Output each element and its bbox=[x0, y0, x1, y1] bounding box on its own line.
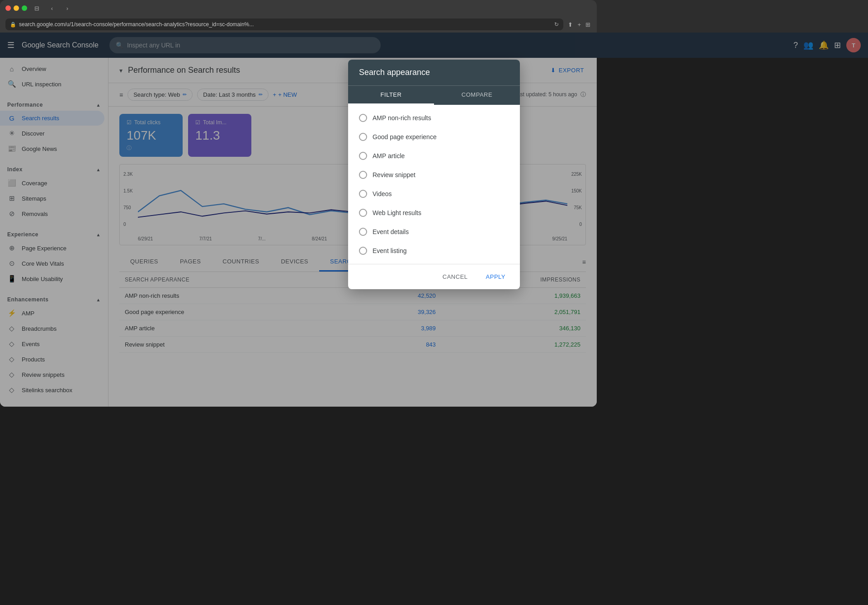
modal-item-web-light-results[interactable]: Web Light results bbox=[348, 203, 520, 222]
modal-footer: CANCEL APPLY bbox=[348, 264, 520, 289]
modal-item-good-page-experience[interactable]: Good page experience bbox=[348, 127, 520, 146]
modal-overlay[interactable]: Search appearance FILTER COMPARE AMP non… bbox=[0, 33, 597, 407]
modal-item-amp-non-rich[interactable]: AMP non-rich results bbox=[348, 108, 520, 127]
browser-chrome: ⊟ ‹ › 🔒 search.google.com/u/1/search-con… bbox=[0, 0, 597, 33]
modal-item-videos[interactable]: Videos bbox=[348, 184, 520, 203]
modal-item-amp-article[interactable]: AMP article bbox=[348, 146, 520, 165]
radio-button[interactable] bbox=[359, 209, 367, 217]
modal-item-label: Review snippet bbox=[373, 171, 415, 178]
traffic-lights bbox=[5, 5, 27, 11]
reload-icon[interactable]: ↻ bbox=[554, 21, 559, 28]
add-tab-button[interactable]: + bbox=[576, 20, 582, 29]
address-bar[interactable]: 🔒 search.google.com/u/1/search-console/p… bbox=[5, 19, 563, 30]
modal-item-label: Good page experience bbox=[373, 133, 437, 141]
modal-item-label: AMP article bbox=[373, 152, 405, 159]
browser-actions: ⬆ + ⊞ bbox=[567, 20, 591, 29]
radio-button[interactable] bbox=[359, 133, 367, 141]
modal-item-review-snippet[interactable]: Review snippet bbox=[348, 165, 520, 184]
minimize-button[interactable] bbox=[14, 5, 19, 11]
radio-button[interactable] bbox=[359, 114, 367, 122]
share-button[interactable]: ⬆ bbox=[567, 20, 574, 29]
address-text: search.google.com/u/1/search-console/per… bbox=[19, 21, 552, 28]
forward-button[interactable]: › bbox=[61, 2, 73, 14]
browser-titlebar: ⊟ ‹ › bbox=[0, 0, 597, 16]
modal-body: AMP non-rich results Good page experienc… bbox=[348, 105, 520, 264]
address-bar-row: 🔒 search.google.com/u/1/search-console/p… bbox=[0, 16, 597, 33]
radio-button[interactable] bbox=[359, 247, 367, 255]
fullscreen-button[interactable] bbox=[22, 5, 27, 11]
radio-button[interactable] bbox=[359, 152, 367, 160]
cancel-button[interactable]: CANCEL bbox=[435, 270, 475, 284]
modal-header: Search appearance bbox=[348, 60, 520, 85]
modal-item-label: Event listing bbox=[373, 247, 406, 254]
modal-item-event-details[interactable]: Event details bbox=[348, 222, 520, 241]
modal-item-label: Videos bbox=[373, 190, 392, 197]
apply-button[interactable]: APPLY bbox=[479, 270, 513, 284]
close-button[interactable] bbox=[5, 5, 11, 11]
modal-item-label: AMP non-rich results bbox=[373, 114, 431, 122]
search-appearance-modal: Search appearance FILTER COMPARE AMP non… bbox=[348, 60, 520, 289]
modal-tab-compare[interactable]: COMPARE bbox=[434, 86, 520, 105]
modal-item-event-listing[interactable]: Event listing bbox=[348, 241, 520, 260]
sidebar-toggle-button[interactable]: ⊟ bbox=[31, 2, 42, 14]
radio-button[interactable] bbox=[359, 190, 367, 198]
back-button[interactable]: ‹ bbox=[46, 2, 58, 14]
lock-icon: 🔒 bbox=[10, 22, 16, 28]
radio-button[interactable] bbox=[359, 228, 367, 236]
modal-tab-filter[interactable]: FILTER bbox=[348, 86, 434, 105]
radio-button[interactable] bbox=[359, 171, 367, 179]
modal-tabs: FILTER COMPARE bbox=[348, 85, 520, 105]
modal-item-label: Web Light results bbox=[373, 209, 421, 216]
modal-item-label: Event details bbox=[373, 228, 409, 235]
extensions-button[interactable]: ⊞ bbox=[585, 20, 591, 29]
modal-title: Search appearance bbox=[359, 68, 430, 77]
